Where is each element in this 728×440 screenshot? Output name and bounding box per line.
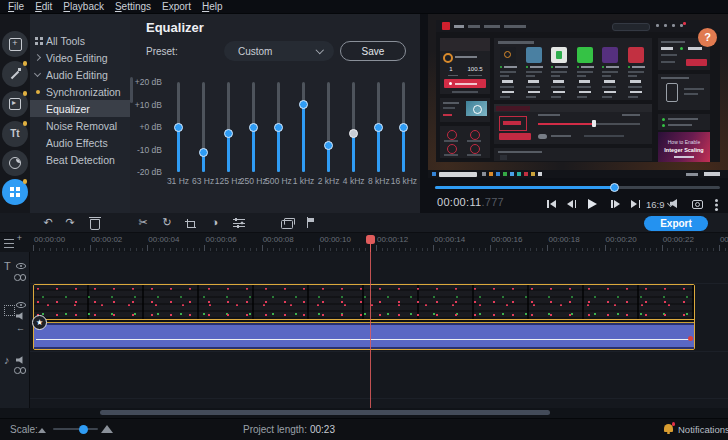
menu-settings[interactable]: Settings [115,1,151,12]
timeline-clip[interactable]: ★ [33,284,695,350]
snapshot-icon[interactable] [692,200,703,209]
equalizer-panel: Equalizer Preset: Custom Save +20 dB+10 … [130,14,420,213]
project-length-value: 00:23 [310,424,335,435]
menu-help[interactable]: Help [202,1,223,12]
menu-edit[interactable]: Edit [35,1,52,12]
sidebar-item-audio-effects[interactable]: Audio Effects [30,134,130,151]
filters-button[interactable] [2,61,28,87]
frame-back-button[interactable] [567,198,576,210]
skip-start-button[interactable] [547,198,556,210]
eq-slider-handle[interactable] [174,123,183,132]
track-separator [0,398,728,399]
export-button[interactable]: Export [644,216,708,231]
preview-decor [553,80,564,83]
bar-glyph [547,200,549,208]
sidebar-item-audio-editing[interactable]: Audio Editing [30,66,130,83]
preview-decor [602,96,612,98]
rotate-icon[interactable]: ↻ [158,216,176,230]
seek-bar[interactable] [435,186,720,189]
ruler-label: 00:00:14 [434,235,465,244]
titles-button[interactable]: Tt [2,121,28,147]
db-scale-label: +0 dB [130,122,162,132]
preview-tool-icon [470,130,480,140]
eq-slider-handle[interactable] [224,129,233,138]
color-adjustments-icon[interactable]: ◑ [206,216,224,230]
game-tile [577,47,593,63]
preview-decor [467,140,481,142]
timeline-scrollbar[interactable] [0,408,728,418]
eq-slider-handle[interactable] [374,123,383,132]
video-track-mute-icon[interactable] [16,312,25,320]
undo-icon[interactable]: ↶ [39,216,57,230]
menu-file[interactable]: File [8,1,24,12]
timeline-ruler[interactable]: 00:00:0000:00:0200:00:0400:00:0600:00:08… [0,233,728,252]
scale-slider-handle[interactable] [79,425,88,434]
ruler-ticks [33,245,728,251]
more-options-icon[interactable] [715,199,718,202]
add-track-button[interactable] [4,236,22,249]
taskbar-app-icon [496,172,500,176]
eq-slider-handle[interactable] [324,141,333,150]
preview-update-button [686,59,707,66]
sidebar-item-noise-removal[interactable]: Noise Removal [30,117,130,134]
preview-decor [538,114,560,116]
marker-icon[interactable] [301,216,319,230]
delete-icon[interactable] [86,216,104,230]
title-track-icon: T [4,261,11,272]
sidebar-item-all-tools[interactable]: All Tools [30,32,130,49]
import-button[interactable] [2,31,28,57]
preview-decor [581,66,594,68]
video-track-icon [4,305,15,316]
skip-end-button[interactable] [631,198,640,210]
audio-track-mute-icon[interactable] [16,356,25,364]
playhead-marker[interactable] [366,235,375,244]
scale-slider[interactable] [53,422,98,436]
sidebar-item-equalizer[interactable]: Equalizer [30,100,130,117]
playhead[interactable] [370,252,371,408]
title-track-link-icon[interactable] [14,274,26,280]
panel-scrollbar[interactable] [130,77,133,103]
eq-slider-handle[interactable] [299,100,308,109]
track-lines-icon [4,239,14,248]
play-button[interactable] [588,198,597,210]
scrollbar-thumb[interactable] [100,410,550,415]
eq-slider-handle[interactable] [349,129,358,138]
video-track-arrow-icon[interactable]: ← [16,323,25,334]
preview-decor [443,102,459,104]
menu-playback[interactable]: Playback [63,1,104,12]
clip-audio-waveform[interactable] [34,322,694,350]
preview-topbar-icon [672,24,675,27]
zoom-out-icon[interactable] [38,428,46,433]
sidebar-item-video-editing[interactable]: Video Editing [30,49,130,66]
eq-slider-handle[interactable] [199,148,208,157]
envelope-point[interactable] [688,336,693,341]
crop-icon[interactable] [182,216,200,230]
audio-track-link-icon[interactable] [14,367,26,373]
ruler-label: 00:00:12 [377,235,408,244]
transitions-button[interactable] [2,91,28,117]
stickers-button[interactable] [2,150,28,176]
clip-properties-icon[interactable] [230,216,248,230]
frame-forward-button[interactable] [611,198,620,210]
menu-export[interactable]: Export [162,1,191,12]
aspect-ratio-dropdown[interactable]: 16:9 [646,199,673,210]
overlay-clip-icon[interactable] [278,216,296,230]
sidebar-item-synchronization[interactable]: Synchronization [30,83,130,100]
preview-decor [606,66,619,68]
zoom-in-icon[interactable] [101,425,113,433]
title-track-visibility-icon[interactable] [16,263,26,269]
volume-envelope-line[interactable] [36,339,690,341]
eq-slider-handle[interactable] [249,123,258,132]
sidebar-item-beat-detection[interactable]: Beat Detection [30,151,130,168]
seek-handle[interactable] [610,183,619,192]
preview-decor [577,86,591,88]
eq-slider-handle[interactable] [274,123,283,132]
split-icon[interactable]: ✂ [134,216,152,230]
status-dot [662,118,665,121]
video-track-visibility-icon[interactable] [16,302,26,308]
more-tools-button[interactable] [2,179,28,205]
redo-icon[interactable]: ↷ [61,216,79,230]
clip-video-thumbnails[interactable] [34,285,694,320]
eq-slider-handle[interactable] [399,123,408,132]
preview-decor [500,155,507,160]
